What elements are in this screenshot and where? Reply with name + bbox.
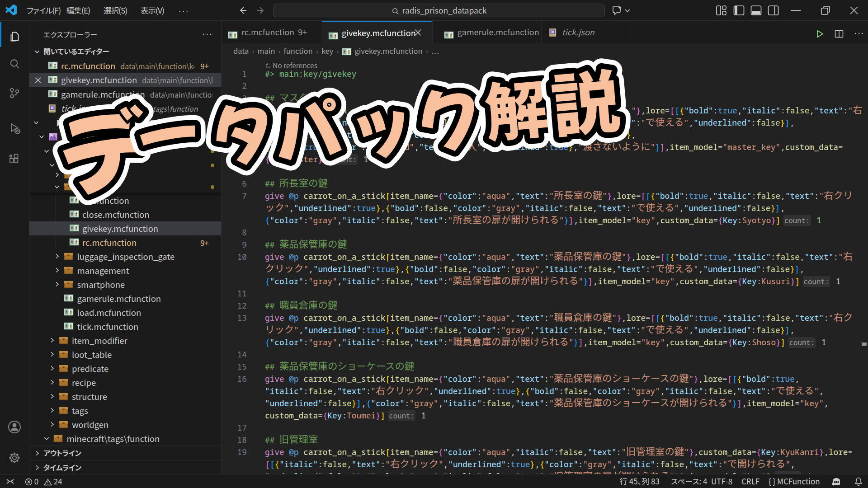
svg-text:説: 説 — [547, 47, 623, 150]
svg-text:タ: タ — [209, 81, 275, 182]
svg-text:ッ: ッ — [351, 74, 412, 175]
svg-text:ー: ー — [132, 82, 202, 180]
svg-text:解: 解 — [481, 58, 552, 154]
svg-text:パ: パ — [269, 75, 346, 179]
svg-text:ク: ク — [415, 65, 481, 168]
